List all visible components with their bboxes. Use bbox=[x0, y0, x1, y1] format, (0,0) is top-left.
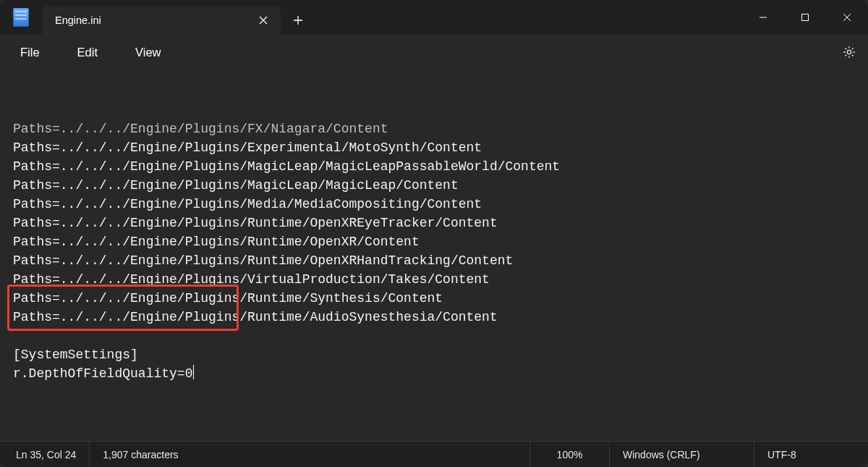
editor-line: Paths=../../../Engine/Plugins/Runtime/Op… bbox=[13, 214, 855, 232]
editor-line: Paths=../../../Engine/Plugins/Experiment… bbox=[13, 138, 855, 157]
editor-line bbox=[13, 327, 855, 345]
status-bar: Ln 35, Col 24 1,907 characters 100% Wind… bbox=[0, 441, 868, 467]
tab-title: Engine.ini bbox=[55, 14, 253, 26]
editor-line: Paths=../../../Engine/Plugins/FX/Niagara… bbox=[13, 119, 855, 138]
menu-view[interactable]: View bbox=[125, 41, 171, 64]
editor-line: Paths=../../../Engine/Plugins/Media/Medi… bbox=[13, 195, 855, 214]
editor-line: Paths=../../../Engine/Plugins/Runtime/Au… bbox=[13, 308, 855, 327]
status-encoding[interactable]: UTF-8 bbox=[754, 442, 862, 467]
menu-edit[interactable]: Edit bbox=[67, 41, 108, 64]
editor-line: Paths=../../../Engine/Plugins/Runtime/Op… bbox=[13, 232, 855, 251]
svg-point-1 bbox=[847, 50, 851, 54]
status-char-count: 1,907 characters bbox=[89, 442, 191, 467]
settings-button[interactable] bbox=[836, 39, 862, 65]
editor-line: Paths=../../../Engine/Plugins/MagicLeap/… bbox=[13, 176, 855, 195]
maximize-button[interactable] bbox=[784, 0, 826, 35]
text-editor[interactable]: Paths=../../../Engine/Plugins/FX/Niagara… bbox=[0, 70, 868, 441]
editor-line: r.DepthOfFieldQuality=0 bbox=[13, 364, 855, 383]
editor-line: [SystemSettings] bbox=[13, 345, 855, 364]
status-position: Ln 35, Col 24 bbox=[6, 442, 89, 467]
title-bar: Engine.ini bbox=[0, 0, 868, 35]
text-caret bbox=[193, 365, 194, 379]
close-tab-button[interactable] bbox=[253, 10, 273, 30]
new-tab-button[interactable] bbox=[281, 6, 315, 35]
menu-bar: File Edit View bbox=[0, 35, 868, 70]
app-icon bbox=[0, 0, 42, 35]
svg-rect-0 bbox=[802, 14, 809, 21]
notepad-icon bbox=[13, 8, 29, 27]
editor-line: Paths=../../../Engine/Plugins/Runtime/Op… bbox=[13, 251, 855, 270]
editor-line: Paths=../../../Engine/Plugins/Runtime/Sy… bbox=[13, 289, 855, 308]
menu-file[interactable]: File bbox=[10, 41, 50, 64]
status-zoom[interactable]: 100% bbox=[529, 442, 609, 467]
status-line-ending[interactable]: Windows (CRLF) bbox=[609, 442, 754, 467]
minimize-button[interactable] bbox=[742, 0, 784, 35]
close-window-button[interactable] bbox=[826, 0, 868, 35]
tab-active[interactable]: Engine.ini bbox=[42, 6, 281, 35]
editor-line: Paths=../../../Engine/Plugins/VirtualPro… bbox=[13, 270, 855, 289]
editor-line: Paths=../../../Engine/Plugins/MagicLeap/… bbox=[13, 157, 855, 176]
window-controls bbox=[742, 0, 868, 35]
